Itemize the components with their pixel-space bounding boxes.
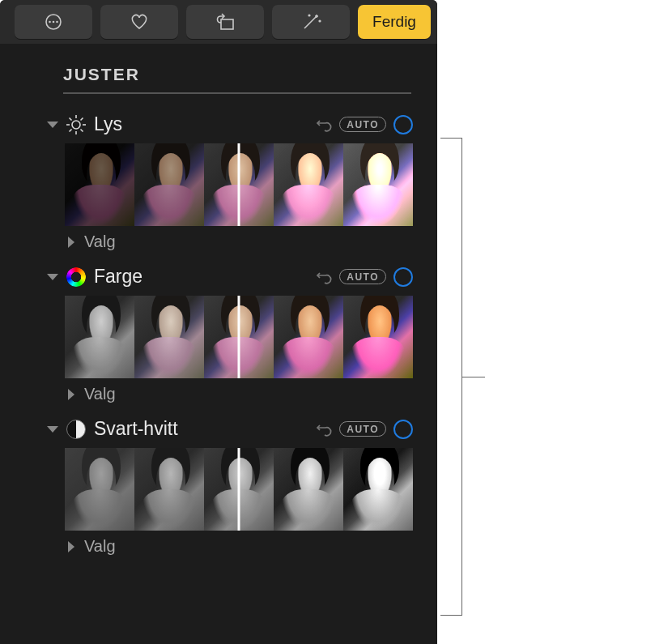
ellipsis-icon: [41, 13, 66, 31]
auto-button[interactable]: AUTO: [339, 421, 386, 437]
toolbar: Ferdig: [0, 0, 437, 44]
sun-icon: [66, 114, 87, 135]
svg-point-9: [319, 20, 321, 22]
toggle-indicator[interactable]: [393, 420, 413, 439]
adjustment-label: Svart-hvitt: [94, 418, 308, 440]
slider-marker: [238, 448, 240, 531]
toggle-indicator[interactable]: [393, 115, 413, 134]
svg-line-5: [304, 17, 316, 28]
adjustment-header: Svart-hvitt AUTO: [47, 418, 413, 440]
disclosure-toggle[interactable]: [47, 274, 58, 280]
svg-point-10: [72, 121, 80, 129]
bw-icon: [66, 419, 87, 440]
adjust-content: Juster Lys: [0, 44, 437, 556]
svg-point-3: [56, 21, 58, 23]
svg-point-1: [49, 21, 51, 23]
auto-button[interactable]: AUTO: [339, 269, 386, 284]
svg-line-16: [81, 129, 83, 131]
options-row[interactable]: Valg: [66, 385, 413, 403]
section-title: Juster: [63, 65, 411, 94]
disclosure-toggle[interactable]: [47, 426, 58, 433]
options-row[interactable]: Valg: [66, 232, 413, 251]
options-label: Valg: [84, 232, 116, 251]
adjustment-header: Farge AUTO: [47, 266, 413, 288]
color-icon: [66, 267, 87, 288]
options-label: Valg: [84, 537, 116, 556]
chevron-right-icon: [68, 237, 74, 248]
options-row[interactable]: Valg: [66, 537, 413, 556]
adjustment-label: Farge: [94, 266, 308, 288]
heart-icon: [127, 12, 151, 32]
done-label: Ferdig: [372, 13, 416, 31]
svg-line-17: [81, 117, 83, 120]
rotate-icon: [212, 12, 238, 32]
bw-slider[interactable]: [65, 448, 413, 531]
auto-button[interactable]: AUTO: [339, 117, 386, 132]
slider-marker: [238, 143, 240, 226]
svg-point-2: [53, 21, 55, 23]
done-button[interactable]: Ferdig: [358, 5, 431, 39]
adjustment-header: Lys AUTO: [47, 113, 413, 135]
chevron-right-icon: [68, 389, 74, 400]
svg-point-8: [308, 15, 310, 16]
wand-icon: [298, 12, 324, 32]
adjustment-bw: Svart-hvitt AUTO Valg: [47, 418, 413, 556]
chevron-right-icon: [68, 541, 74, 552]
adjustment-color: Farge AUTO Valg: [47, 266, 413, 403]
callout-bracket: [440, 138, 485, 616]
disclosure-toggle[interactable]: [47, 122, 58, 128]
adjustment-light: Lys AUTO Valg: [47, 113, 413, 251]
slider-marker: [238, 296, 240, 378]
options-label: Valg: [84, 385, 116, 403]
svg-line-15: [70, 117, 72, 120]
undo-icon[interactable]: [316, 269, 332, 285]
favorite-button[interactable]: [100, 5, 178, 39]
rotate-button[interactable]: [186, 5, 264, 39]
edit-panel: Ferdig Juster: [0, 0, 437, 644]
adjustment-label: Lys: [94, 113, 308, 135]
toggle-indicator[interactable]: [393, 267, 413, 287]
more-button[interactable]: [15, 5, 92, 39]
undo-icon[interactable]: [316, 421, 332, 437]
undo-icon[interactable]: [316, 117, 332, 133]
svg-rect-4: [221, 19, 233, 29]
enhance-button[interactable]: [272, 5, 350, 39]
light-slider[interactable]: [65, 143, 413, 226]
svg-line-18: [70, 129, 72, 131]
color-slider[interactable]: [65, 296, 413, 378]
